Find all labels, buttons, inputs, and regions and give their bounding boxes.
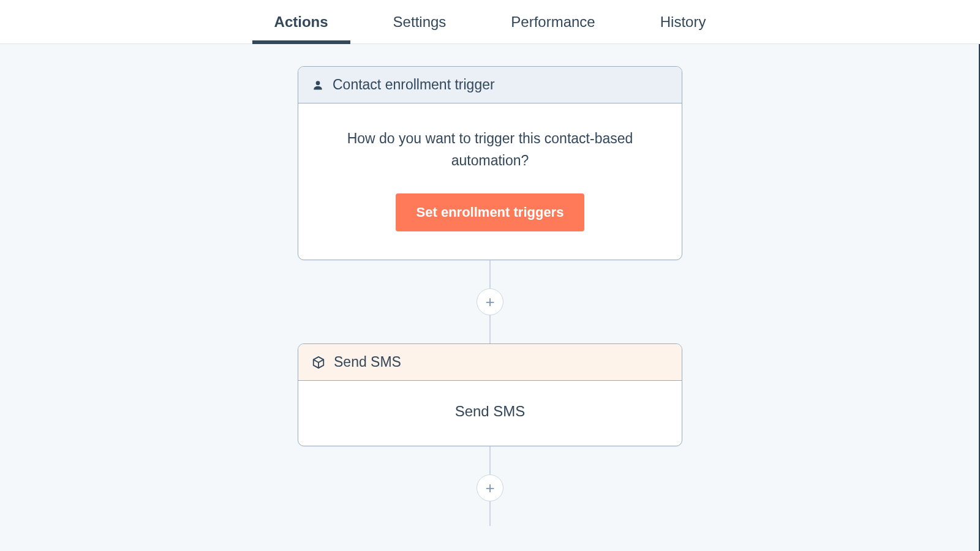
enrollment-trigger-body: How do you want to trigger this contact-… <box>298 103 682 260</box>
cube-icon <box>312 356 325 369</box>
tab-history[interactable]: History <box>655 0 711 43</box>
enrollment-trigger-header: Contact enrollment trigger <box>298 67 682 103</box>
enrollment-trigger-prompt: How do you want to trigger this contact-… <box>325 128 655 171</box>
send-sms-body: Send SMS <box>298 381 682 446</box>
tab-bar: Actions Settings Performance History <box>0 0 980 44</box>
connector-line <box>489 501 491 526</box>
send-sms-title: Send SMS <box>334 354 401 370</box>
connector-line <box>489 446 491 474</box>
add-step-button[interactable]: + <box>477 288 503 315</box>
tab-actions[interactable]: Actions <box>270 0 333 43</box>
set-enrollment-triggers-button[interactable]: Set enrollment triggers <box>396 193 585 231</box>
workflow-canvas: Contact enrollment trigger How do you wa… <box>0 44 980 551</box>
enrollment-trigger-card[interactable]: Contact enrollment trigger How do you wa… <box>298 66 682 260</box>
send-sms-card[interactable]: Send SMS Send SMS <box>298 343 682 446</box>
add-step-button[interactable]: + <box>477 474 503 501</box>
tab-settings[interactable]: Settings <box>388 0 451 43</box>
enrollment-trigger-title: Contact enrollment trigger <box>333 77 495 93</box>
contact-icon <box>312 79 324 91</box>
connector-line <box>489 315 491 343</box>
svg-point-0 <box>316 81 320 85</box>
tab-performance[interactable]: Performance <box>506 0 600 43</box>
connector-line <box>489 260 491 288</box>
send-sms-header: Send SMS <box>298 344 682 381</box>
plus-icon: + <box>485 294 494 310</box>
send-sms-body-label: Send SMS <box>325 403 655 420</box>
plus-icon: + <box>485 480 494 496</box>
